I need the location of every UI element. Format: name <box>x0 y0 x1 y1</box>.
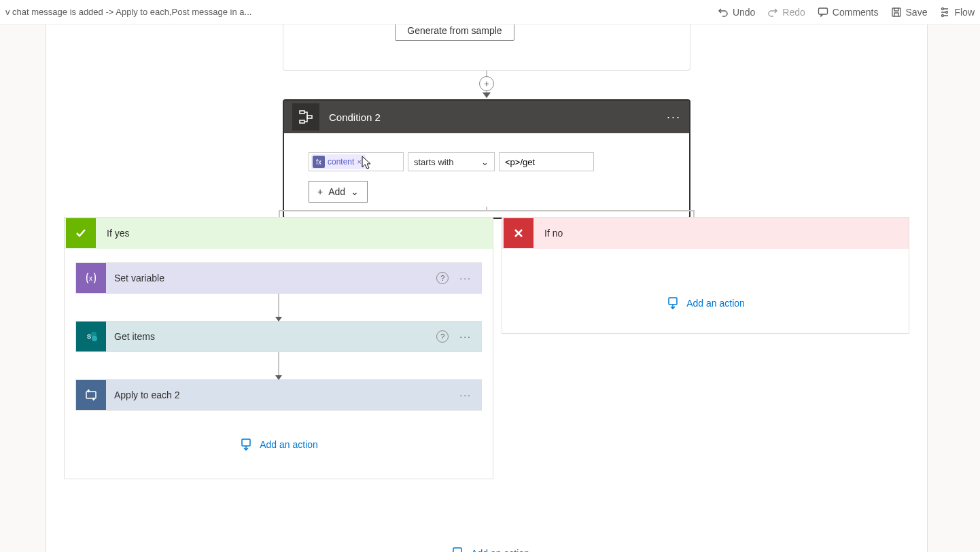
svg-point-2 <box>942 7 944 10</box>
save-button[interactable]: Save <box>891 7 928 18</box>
variable-icon: x <box>76 263 106 293</box>
apply-to-each-action[interactable]: Apply to each 2 ··· <box>75 379 482 411</box>
svg-rect-14 <box>242 439 250 446</box>
condition-title: Condition 2 <box>329 111 657 123</box>
set-variable-action[interactable]: x Set variable ? ··· <box>75 262 482 294</box>
condition-left-operand[interactable]: fx content × <box>309 152 404 171</box>
comments-icon <box>818 7 828 18</box>
condition-body: fx content × starts with ⌄ + Add ⌄ <box>284 133 689 218</box>
svg-rect-0 <box>818 8 827 14</box>
get-items-action[interactable]: S Get items ? ··· <box>75 321 482 352</box>
redo-icon <box>767 7 778 18</box>
fx-icon: fx <box>313 156 325 168</box>
if-yes-branch: If yes x Set variable ? ··· S <box>64 217 493 479</box>
add-action-bottom[interactable]: Add an action <box>451 547 529 552</box>
help-icon[interactable]: ? <box>436 272 449 284</box>
plus-icon: + <box>317 186 323 197</box>
flow-canvas: Generate from sample + Condition 2 ··· f… <box>0 24 980 552</box>
svg-text:S: S <box>87 333 91 340</box>
svg-rect-15 <box>669 298 677 305</box>
generate-from-sample-button[interactable]: Generate from sample <box>395 24 514 41</box>
remove-token-icon[interactable]: × <box>357 158 361 166</box>
condition-header[interactable]: Condition 2 ··· <box>284 101 689 133</box>
branch-v-line <box>486 207 487 211</box>
condition-row: fx content × starts with ⌄ <box>309 152 676 171</box>
if-no-branch: If no Add an action <box>502 217 909 334</box>
chevron-down-icon: ⌄ <box>351 186 359 197</box>
breadcrumb: v chat message is added -> Apply to each… <box>5 7 251 17</box>
add-action-no[interactable]: Add an action <box>502 296 909 310</box>
condition-icon <box>292 103 319 131</box>
connector <box>75 294 482 321</box>
svg-rect-6 <box>300 120 304 123</box>
action-more-menu[interactable]: ··· <box>459 273 472 283</box>
svg-rect-5 <box>300 111 304 114</box>
flow-checker-button[interactable]: Flow <box>939 7 975 18</box>
comments-button[interactable]: Comments <box>818 7 879 18</box>
svg-point-3 <box>946 11 948 13</box>
svg-point-12 <box>92 336 97 341</box>
help-icon[interactable]: ? <box>436 330 449 343</box>
parse-json-card[interactable]: Generate from sample <box>283 24 690 71</box>
condition-card[interactable]: Condition 2 ··· fx content × starts with… <box>283 99 690 219</box>
flow-icon <box>939 7 950 18</box>
check-icon <box>66 218 96 248</box>
undo-icon <box>718 7 729 18</box>
add-action-icon <box>666 296 680 310</box>
action-more-menu[interactable]: ··· <box>459 390 472 400</box>
if-yes-body: x Set variable ? ··· S Get items ? <box>65 249 493 479</box>
loop-icon <box>76 380 106 410</box>
add-action-icon <box>239 438 253 451</box>
undo-button[interactable]: Undo <box>718 7 755 18</box>
content-token-chip[interactable]: fx content × <box>311 154 366 169</box>
condition-more-menu[interactable]: ··· <box>667 110 681 124</box>
add-action-icon <box>451 547 464 552</box>
top-toolbar: v chat message is added -> Apply to each… <box>0 0 980 24</box>
add-action-yes[interactable]: Add an action <box>75 438 482 451</box>
condition-operator-select[interactable]: starts with ⌄ <box>408 152 495 171</box>
svg-rect-7 <box>307 116 312 118</box>
svg-rect-16 <box>453 548 461 552</box>
add-step-button[interactable]: + <box>479 76 494 91</box>
connector <box>75 352 482 379</box>
svg-rect-1 <box>892 8 900 16</box>
if-yes-header[interactable]: If yes <box>65 218 493 249</box>
sharepoint-icon: S <box>76 322 106 351</box>
add-condition-button[interactable]: + Add ⌄ <box>309 181 368 203</box>
chevron-down-icon: ⌄ <box>481 157 489 167</box>
toolbar-actions: Undo Redo Comments Save Flow <box>718 7 975 18</box>
close-icon <box>504 218 533 248</box>
save-icon <box>891 7 902 18</box>
redo-button[interactable]: Redo <box>767 7 805 18</box>
action-more-menu[interactable]: ··· <box>459 331 472 342</box>
svg-text:x: x <box>89 275 92 282</box>
branch-v-line <box>279 210 280 217</box>
condition-value-input[interactable] <box>499 152 594 171</box>
if-no-header[interactable]: If no <box>502 218 909 249</box>
bottom-add-container: Add an action <box>0 547 980 552</box>
arrow-icon <box>483 92 491 98</box>
svg-point-4 <box>942 14 944 16</box>
branch-v-line <box>693 210 695 217</box>
svg-rect-13 <box>86 392 96 398</box>
